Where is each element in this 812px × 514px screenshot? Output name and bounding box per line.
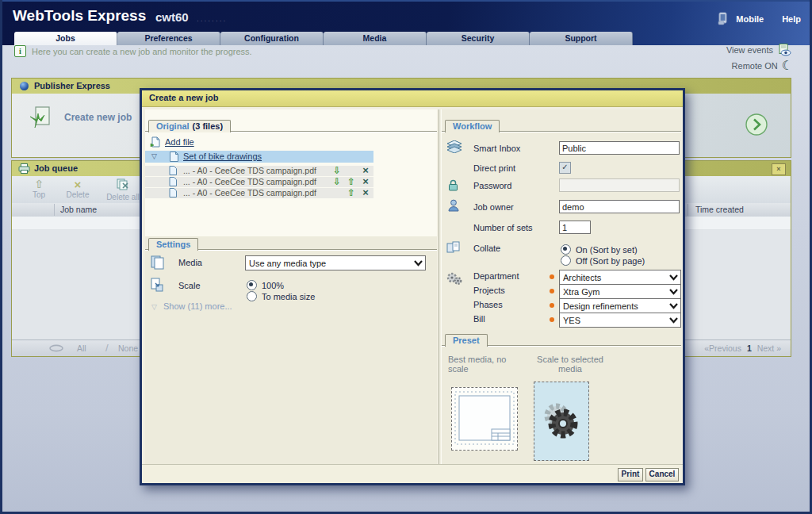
tab-support[interactable]: Support — [530, 32, 633, 45]
remove-file-button[interactable]: × — [359, 165, 372, 176]
move-up-button[interactable]: ⇧ — [345, 187, 358, 198]
column-time-created[interactable]: Time created — [695, 205, 744, 214]
view-events-button[interactable]: View events — [726, 44, 791, 56]
tab-configuration[interactable]: Configuration — [220, 32, 324, 45]
job-owner-input[interactable] — [559, 200, 680, 213]
file-row: ... - A0 - CeeCee TDS campaign.pdf ⇧ × — [145, 188, 373, 198]
info-message: Here you can create a new job and monito… — [32, 47, 252, 56]
smart-inbox-input[interactable] — [559, 141, 680, 155]
remove-file-button[interactable]: × — [359, 187, 372, 198]
dialog-title: Create a new job — [149, 93, 218, 102]
column-job-name[interactable]: Job name — [60, 205, 97, 214]
tab-jobs[interactable]: Jobs — [14, 32, 117, 45]
file-row: ... - A0 - CeeCee TDS campaign.pdf ⇩ ⇧ × — [145, 177, 373, 187]
create-new-job-label: Create new job — [64, 112, 132, 123]
top-button[interactable]: ⇧ Top — [23, 178, 55, 199]
gear-image — [534, 382, 588, 460]
printer-icon — [18, 163, 30, 174]
move-up-button[interactable]: ⇧ — [345, 176, 358, 187]
smart-inbox-icon — [446, 140, 462, 153]
settings-section — [145, 236, 437, 464]
info-icon: i — [14, 45, 26, 57]
smart-inbox-label: Smart Inbox — [473, 144, 520, 153]
previous-page-link[interactable]: «Previous — [704, 343, 741, 353]
check-icon: ✓ — [561, 163, 568, 171]
add-file-link[interactable]: Add file — [150, 136, 194, 148]
preset-scale-label: Scale to selected media — [534, 355, 607, 374]
print-button[interactable]: Print — [618, 468, 643, 481]
dialog-title-bar: Create a new job — [142, 90, 683, 107]
number-of-sets-input[interactable] — [559, 221, 591, 234]
new-job-icon — [28, 105, 53, 130]
preset-scale-thumbnail[interactable] — [534, 382, 589, 461]
create-new-job-button[interactable]: Create new job — [28, 105, 132, 130]
direct-print-label: Direct print — [473, 163, 515, 173]
delete-all-button[interactable]: Delete all — [101, 178, 145, 201]
password-label: Password — [473, 181, 511, 190]
next-page-link[interactable]: Next » — [757, 343, 781, 353]
file-name: ... - A0 - CeeCee TDS campaign.pdf — [183, 188, 316, 198]
required-marker — [550, 317, 554, 322]
projects-select[interactable]: Xtra Gym — [559, 284, 681, 299]
file-document-icon — [169, 188, 177, 198]
move-down-button[interactable]: ⇩ — [331, 165, 343, 176]
number-of-sets-label: Number of sets — [473, 223, 533, 232]
chevron-down-icon — [412, 258, 424, 268]
scale-icon — [150, 278, 164, 292]
required-marker — [550, 274, 554, 279]
collate-label: Collate — [473, 244, 500, 253]
collapse-set-icon[interactable]: ▽ — [151, 152, 157, 160]
move-down-button[interactable]: ⇩ — [331, 176, 343, 187]
title-dots: ........ — [197, 14, 227, 23]
publisher-express-icon — [20, 82, 29, 90]
media-select[interactable]: Use any media type — [245, 255, 426, 270]
bill-label: Bill — [473, 314, 485, 324]
preset-best-media-thumbnail[interactable] — [451, 387, 518, 451]
remote-status[interactable]: Remote ON ☾ — [732, 60, 793, 71]
help-link[interactable]: Help — [782, 14, 801, 24]
show-more-link[interactable]: ▽ Show (11) more... — [151, 301, 232, 311]
lock-icon — [448, 179, 458, 191]
scale-to-media-option[interactable]: To media size — [247, 289, 315, 303]
view-events-label: View events — [726, 45, 773, 55]
current-page: 1 — [747, 343, 752, 353]
cancel-button[interactable]: Cancel — [645, 468, 679, 481]
delete-button[interactable]: × Delete — [59, 178, 96, 199]
collate-off-option[interactable]: Off (Sort by page) — [561, 253, 645, 267]
pane-divider — [439, 109, 442, 464]
scale-to-media-radio[interactable] — [247, 291, 257, 301]
mobile-icon — [718, 12, 729, 25]
chevron-down-icon — [668, 315, 680, 325]
app-subtitle: cwt60 — [155, 10, 189, 24]
dialog-footer: Print Cancel — [142, 464, 683, 483]
select-none-link[interactable]: None — [118, 343, 138, 353]
phases-select[interactable]: Design refinements — [559, 298, 681, 313]
app-header: WebTools Express cwt60 ........ Mobile H… — [0, 0, 812, 45]
set-name-link[interactable]: Set of bike drawings — [183, 152, 262, 161]
job-owner-label: Job owner — [473, 202, 514, 212]
expand-panel-button[interactable] — [745, 113, 768, 136]
delete-all-icon — [101, 178, 145, 193]
file-set-row[interactable]: ▽ Set of bike drawings — [145, 151, 373, 163]
file-name: ... - A0 - CeeCee TDS campaign.pdf — [183, 177, 316, 186]
phases-label: Phases — [473, 300, 503, 309]
remote-label: Remote ON — [732, 61, 778, 71]
mobile-link[interactable]: Mobile — [736, 14, 764, 24]
webtools-express-page: WebTools Express cwt60 ........ Mobile H… — [0, 0, 812, 514]
tab-media[interactable]: Media — [324, 32, 427, 45]
settings-tab: Settings — [148, 238, 198, 251]
main-nav: Jobs Preferences Configuration Media Sec… — [14, 32, 633, 45]
department-select[interactable]: Architects — [559, 270, 681, 285]
remove-file-button[interactable]: × — [359, 176, 372, 187]
preset-tab: Preset — [445, 334, 488, 347]
job-owner-icon — [448, 199, 459, 212]
bill-select[interactable]: YES — [559, 313, 681, 328]
tab-preferences[interactable]: Preferences — [117, 32, 220, 45]
tab-security[interactable]: Security — [427, 32, 530, 45]
select-all-link[interactable]: All — [77, 343, 86, 353]
close-panel-button[interactable]: × — [772, 163, 786, 175]
chevron-down-icon — [668, 301, 680, 311]
collate-off-radio[interactable] — [561, 255, 571, 266]
media-label: Media — [178, 258, 202, 267]
direct-print-checkbox[interactable]: ✓ — [559, 162, 571, 174]
